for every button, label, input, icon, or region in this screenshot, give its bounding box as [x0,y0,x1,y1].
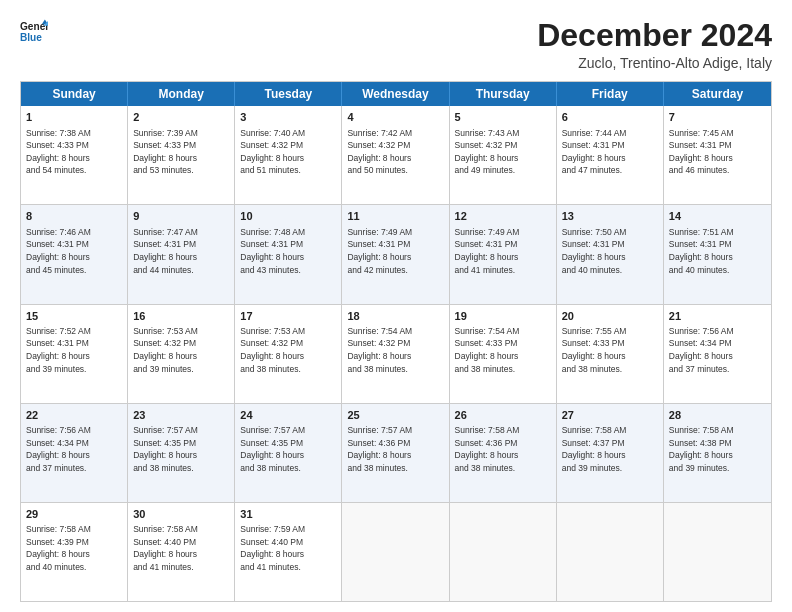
day-number: 2 [133,110,229,125]
day-number: 9 [133,209,229,224]
cell-info: Sunrise: 7:40 AM Sunset: 4:32 PM Dayligh… [240,128,305,176]
calendar-cell: 4Sunrise: 7:42 AM Sunset: 4:32 PM Daylig… [342,106,449,204]
day-number: 31 [240,507,336,522]
cell-info: Sunrise: 7:48 AM Sunset: 4:31 PM Dayligh… [240,227,305,275]
day-number: 28 [669,408,766,423]
cell-info: Sunrise: 7:54 AM Sunset: 4:33 PM Dayligh… [455,326,520,374]
day-number: 19 [455,309,551,324]
cell-info: Sunrise: 7:49 AM Sunset: 4:31 PM Dayligh… [455,227,520,275]
calendar-cell: 20Sunrise: 7:55 AM Sunset: 4:33 PM Dayli… [557,305,664,403]
calendar-cell: 11Sunrise: 7:49 AM Sunset: 4:31 PM Dayli… [342,205,449,303]
calendar: SundayMondayTuesdayWednesdayThursdayFrid… [20,81,772,602]
cell-info: Sunrise: 7:42 AM Sunset: 4:32 PM Dayligh… [347,128,412,176]
main-title: December 2024 [537,18,772,53]
logo: General Blue [20,18,48,46]
day-number: 16 [133,309,229,324]
day-number: 11 [347,209,443,224]
calendar-cell: 24Sunrise: 7:57 AM Sunset: 4:35 PM Dayli… [235,404,342,502]
cell-info: Sunrise: 7:46 AM Sunset: 4:31 PM Dayligh… [26,227,91,275]
calendar-row: 1Sunrise: 7:38 AM Sunset: 4:33 PM Daylig… [21,106,771,204]
calendar-cell: 3Sunrise: 7:40 AM Sunset: 4:32 PM Daylig… [235,106,342,204]
cell-info: Sunrise: 7:57 AM Sunset: 4:35 PM Dayligh… [240,425,305,473]
title-block: December 2024 Zuclo, Trentino-Alto Adige… [537,18,772,71]
calendar-cell: 21Sunrise: 7:56 AM Sunset: 4:34 PM Dayli… [664,305,771,403]
day-number: 14 [669,209,766,224]
day-number: 12 [455,209,551,224]
calendar-header-day: Wednesday [342,82,449,106]
cell-info: Sunrise: 7:39 AM Sunset: 4:33 PM Dayligh… [133,128,198,176]
calendar-cell [557,503,664,601]
calendar-cell: 9Sunrise: 7:47 AM Sunset: 4:31 PM Daylig… [128,205,235,303]
calendar-cell: 5Sunrise: 7:43 AM Sunset: 4:32 PM Daylig… [450,106,557,204]
calendar-cell [664,503,771,601]
day-number: 25 [347,408,443,423]
calendar-cell: 23Sunrise: 7:57 AM Sunset: 4:35 PM Dayli… [128,404,235,502]
page: General Blue December 2024 Zuclo, Trenti… [0,0,792,612]
calendar-cell: 25Sunrise: 7:57 AM Sunset: 4:36 PM Dayli… [342,404,449,502]
calendar-cell: 15Sunrise: 7:52 AM Sunset: 4:31 PM Dayli… [21,305,128,403]
day-number: 27 [562,408,658,423]
calendar-row: 22Sunrise: 7:56 AM Sunset: 4:34 PM Dayli… [21,403,771,502]
cell-info: Sunrise: 7:58 AM Sunset: 4:36 PM Dayligh… [455,425,520,473]
calendar-header-day: Friday [557,82,664,106]
day-number: 6 [562,110,658,125]
calendar-cell: 16Sunrise: 7:53 AM Sunset: 4:32 PM Dayli… [128,305,235,403]
cell-info: Sunrise: 7:44 AM Sunset: 4:31 PM Dayligh… [562,128,627,176]
cell-info: Sunrise: 7:53 AM Sunset: 4:32 PM Dayligh… [133,326,198,374]
calendar-row: 8Sunrise: 7:46 AM Sunset: 4:31 PM Daylig… [21,204,771,303]
day-number: 23 [133,408,229,423]
cell-info: Sunrise: 7:58 AM Sunset: 4:38 PM Dayligh… [669,425,734,473]
calendar-cell: 12Sunrise: 7:49 AM Sunset: 4:31 PM Dayli… [450,205,557,303]
cell-info: Sunrise: 7:59 AM Sunset: 4:40 PM Dayligh… [240,524,305,572]
calendar-row: 29Sunrise: 7:58 AM Sunset: 4:39 PM Dayli… [21,502,771,601]
day-number: 1 [26,110,122,125]
cell-info: Sunrise: 7:56 AM Sunset: 4:34 PM Dayligh… [669,326,734,374]
calendar-cell: 28Sunrise: 7:58 AM Sunset: 4:38 PM Dayli… [664,404,771,502]
cell-info: Sunrise: 7:58 AM Sunset: 4:40 PM Dayligh… [133,524,198,572]
cell-info: Sunrise: 7:47 AM Sunset: 4:31 PM Dayligh… [133,227,198,275]
cell-info: Sunrise: 7:55 AM Sunset: 4:33 PM Dayligh… [562,326,627,374]
calendar-cell: 22Sunrise: 7:56 AM Sunset: 4:34 PM Dayli… [21,404,128,502]
cell-info: Sunrise: 7:57 AM Sunset: 4:36 PM Dayligh… [347,425,412,473]
cell-info: Sunrise: 7:45 AM Sunset: 4:31 PM Dayligh… [669,128,734,176]
calendar-cell: 13Sunrise: 7:50 AM Sunset: 4:31 PM Dayli… [557,205,664,303]
calendar-cell: 18Sunrise: 7:54 AM Sunset: 4:32 PM Dayli… [342,305,449,403]
day-number: 17 [240,309,336,324]
calendar-header-day: Saturday [664,82,771,106]
calendar-header-day: Tuesday [235,82,342,106]
header: General Blue December 2024 Zuclo, Trenti… [20,18,772,71]
day-number: 5 [455,110,551,125]
calendar-cell: 14Sunrise: 7:51 AM Sunset: 4:31 PM Dayli… [664,205,771,303]
calendar-cell: 2Sunrise: 7:39 AM Sunset: 4:33 PM Daylig… [128,106,235,204]
day-number: 21 [669,309,766,324]
calendar-row: 15Sunrise: 7:52 AM Sunset: 4:31 PM Dayli… [21,304,771,403]
calendar-cell [342,503,449,601]
cell-info: Sunrise: 7:50 AM Sunset: 4:31 PM Dayligh… [562,227,627,275]
calendar-cell: 29Sunrise: 7:58 AM Sunset: 4:39 PM Dayli… [21,503,128,601]
calendar-cell: 17Sunrise: 7:53 AM Sunset: 4:32 PM Dayli… [235,305,342,403]
day-number: 7 [669,110,766,125]
calendar-cell: 7Sunrise: 7:45 AM Sunset: 4:31 PM Daylig… [664,106,771,204]
day-number: 4 [347,110,443,125]
cell-info: Sunrise: 7:56 AM Sunset: 4:34 PM Dayligh… [26,425,91,473]
cell-info: Sunrise: 7:51 AM Sunset: 4:31 PM Dayligh… [669,227,734,275]
calendar-header: SundayMondayTuesdayWednesdayThursdayFrid… [21,82,771,106]
logo-icon: General Blue [20,18,48,46]
subtitle: Zuclo, Trentino-Alto Adige, Italy [537,55,772,71]
day-number: 30 [133,507,229,522]
calendar-cell: 31Sunrise: 7:59 AM Sunset: 4:40 PM Dayli… [235,503,342,601]
cell-info: Sunrise: 7:57 AM Sunset: 4:35 PM Dayligh… [133,425,198,473]
day-number: 26 [455,408,551,423]
cell-info: Sunrise: 7:53 AM Sunset: 4:32 PM Dayligh… [240,326,305,374]
calendar-body: 1Sunrise: 7:38 AM Sunset: 4:33 PM Daylig… [21,106,771,601]
day-number: 10 [240,209,336,224]
calendar-cell: 30Sunrise: 7:58 AM Sunset: 4:40 PM Dayli… [128,503,235,601]
cell-info: Sunrise: 7:52 AM Sunset: 4:31 PM Dayligh… [26,326,91,374]
calendar-cell: 19Sunrise: 7:54 AM Sunset: 4:33 PM Dayli… [450,305,557,403]
svg-text:Blue: Blue [20,32,42,43]
day-number: 18 [347,309,443,324]
cell-info: Sunrise: 7:58 AM Sunset: 4:39 PM Dayligh… [26,524,91,572]
calendar-cell: 26Sunrise: 7:58 AM Sunset: 4:36 PM Dayli… [450,404,557,502]
calendar-cell: 27Sunrise: 7:58 AM Sunset: 4:37 PM Dayli… [557,404,664,502]
cell-info: Sunrise: 7:58 AM Sunset: 4:37 PM Dayligh… [562,425,627,473]
